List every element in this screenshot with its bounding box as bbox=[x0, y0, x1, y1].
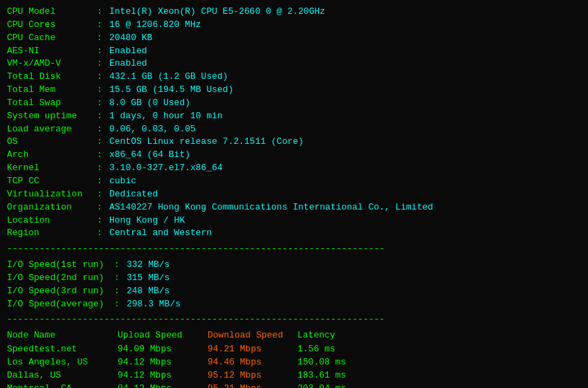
io-run3-label: I/O Speed(3rd run) bbox=[7, 285, 114, 298]
total-disk-value: 432.1 GB (1.2 GB Used) bbox=[109, 71, 228, 84]
location-value: Hong Kong / HK bbox=[109, 214, 185, 228]
header-upload: Upload Speed bbox=[118, 329, 208, 342]
cpu-cache-value: 20480 KB bbox=[109, 32, 152, 45]
location-label: Location bbox=[7, 214, 97, 228]
load-average-row: Load average : 0.06, 0.03, 0.05 bbox=[7, 123, 581, 136]
net-latency: 203.94 ms bbox=[297, 382, 380, 388]
io-avg-row: I/O Speed(average) : 298.3 MB/s bbox=[7, 298, 581, 311]
io-run3-value: 248 MB/s bbox=[127, 285, 169, 298]
net-upload: 94.12 Mbps bbox=[118, 382, 208, 388]
kernel-row: Kernel : 3.10.0-327.el7.x86_64 bbox=[7, 162, 581, 175]
os-value: CentOS Linux release 7.2.1511 (Core) bbox=[109, 136, 304, 149]
total-disk-row: Total Disk : 432.1 GB (1.2 GB Used) bbox=[7, 71, 581, 84]
io-run2-label: I/O Speed(2nd run) bbox=[7, 272, 114, 285]
header-latency: Latency bbox=[297, 329, 380, 342]
net-upload: 94.12 Mbps bbox=[118, 369, 208, 382]
cpu-cores-label: CPU Cores bbox=[7, 19, 97, 32]
tcp-cc-row: TCP CC : cubic bbox=[7, 175, 581, 188]
net-download: 95.12 Mbps bbox=[208, 369, 297, 382]
region-row: Region : Central and Western bbox=[7, 227, 581, 240]
net-node: Los Angeles, US bbox=[7, 356, 118, 369]
net-latency: 183.61 ms bbox=[297, 369, 380, 382]
divider-2: ----------------------------------------… bbox=[7, 313, 581, 326]
net-latency: 150.08 ms bbox=[297, 356, 380, 369]
total-swap-label: Total Swap bbox=[7, 97, 97, 110]
network-row: Speedtest.net94.09 Mbps94.21 Mbps1.56 ms bbox=[7, 343, 581, 356]
cpu-model-label: CPU Model bbox=[7, 6, 97, 19]
cpu-cache-label: CPU Cache bbox=[7, 32, 97, 45]
system-uptime-value: 1 days, 0 hour 10 min bbox=[109, 110, 223, 123]
network-table: Node Name Upload Speed Download Speed La… bbox=[7, 329, 581, 388]
network-rows: Speedtest.net94.09 Mbps94.21 Mbps1.56 ms… bbox=[7, 343, 581, 388]
organization-row: Organization : AS140227 Hong Kong Commun… bbox=[7, 201, 581, 214]
organization-value: AS140227 Hong Kong Communications Intern… bbox=[109, 201, 433, 214]
net-download: 95.21 Mbps bbox=[208, 382, 297, 388]
arch-value: x86_64 (64 Bit) bbox=[109, 149, 190, 162]
net-upload: 94.12 Mbps bbox=[118, 356, 208, 369]
virtualization-label: Virtualization bbox=[7, 188, 97, 201]
cpu-cores-row: CPU Cores : 16 @ 1206.820 MHz bbox=[7, 19, 581, 32]
virtualization-value: Dedicated bbox=[109, 188, 158, 201]
net-download: 94.46 Mbps bbox=[208, 356, 297, 369]
arch-label: Arch bbox=[7, 149, 97, 162]
total-swap-row: Total Swap : 8.0 GB (0 Used) bbox=[7, 97, 581, 110]
organization-label: Organization bbox=[7, 201, 97, 214]
net-download: 94.21 Mbps bbox=[208, 343, 297, 356]
io-run2-row: I/O Speed(2nd run) : 315 MB/s bbox=[7, 272, 581, 285]
total-mem-value: 15.5 GB (194.5 MB Used) bbox=[109, 84, 233, 97]
total-mem-label: Total Mem bbox=[7, 84, 97, 97]
net-upload: 94.09 Mbps bbox=[118, 343, 208, 356]
header-download: Download Speed bbox=[208, 329, 297, 342]
aes-ni-row: AES-NI : Enabled bbox=[7, 45, 581, 58]
virtualization-row: Virtualization : Dedicated bbox=[7, 188, 581, 201]
tcp-cc-value: cubic bbox=[109, 175, 136, 188]
vm-amd-value: Enabled bbox=[109, 57, 147, 71]
region-value: Central and Western bbox=[109, 227, 212, 240]
io-section: I/O Speed(1st run) : 332 MB/s I/O Speed(… bbox=[7, 259, 581, 311]
cpu-model-value: Intel(R) Xeon(R) CPU E5-2660 0 @ 2.20GHz bbox=[109, 6, 325, 19]
io-avg-value: 298.3 MB/s bbox=[127, 298, 181, 311]
net-node: Montreal, CA bbox=[7, 382, 118, 388]
system-uptime-row: System uptime : 1 days, 0 hour 10 min bbox=[7, 110, 581, 123]
total-swap-value: 8.0 GB (0 Used) bbox=[109, 97, 190, 110]
io-run2-value: 315 MB/s bbox=[127, 272, 169, 285]
total-disk-label: Total Disk bbox=[7, 71, 97, 84]
network-row: Montreal, CA94.12 Mbps95.21 Mbps203.94 m… bbox=[7, 382, 581, 388]
system-uptime-label: System uptime bbox=[7, 110, 97, 123]
vm-amd-label: VM-x/AMD-V bbox=[7, 57, 97, 71]
tcp-cc-label: TCP CC bbox=[7, 175, 97, 188]
aes-ni-value: Enabled bbox=[109, 45, 147, 58]
arch-row: Arch : x86_64 (64 Bit) bbox=[7, 149, 581, 162]
cpu-cache-row: CPU Cache : 20480 KB bbox=[7, 32, 581, 45]
network-row: Dallas, US94.12 Mbps95.12 Mbps183.61 ms bbox=[7, 369, 581, 382]
network-row: Los Angeles, US94.12 Mbps94.46 Mbps150.0… bbox=[7, 356, 581, 369]
net-latency: 1.56 ms bbox=[297, 343, 380, 356]
kernel-value: 3.10.0-327.el7.x86_64 bbox=[109, 162, 223, 175]
net-node: Speedtest.net bbox=[7, 343, 118, 356]
net-node: Dallas, US bbox=[7, 369, 118, 382]
header-node: Node Name bbox=[7, 329, 118, 342]
io-run1-row: I/O Speed(1st run) : 332 MB/s bbox=[7, 259, 581, 272]
load-average-value: 0.06, 0.03, 0.05 bbox=[109, 123, 196, 136]
kernel-label: Kernel bbox=[7, 162, 97, 175]
io-run3-row: I/O Speed(3rd run) : 248 MB/s bbox=[7, 285, 581, 298]
io-run1-label: I/O Speed(1st run) bbox=[7, 259, 114, 272]
os-label: OS bbox=[7, 136, 97, 149]
network-header: Node Name Upload Speed Download Speed La… bbox=[7, 329, 581, 342]
divider-1: ----------------------------------------… bbox=[7, 243, 581, 256]
aes-ni-label: AES-NI bbox=[7, 45, 97, 58]
vm-amd-row: VM-x/AMD-V : Enabled bbox=[7, 57, 581, 71]
os-row: OS : CentOS Linux release 7.2.1511 (Core… bbox=[7, 136, 581, 149]
region-label: Region bbox=[7, 227, 97, 240]
total-mem-row: Total Mem : 15.5 GB (194.5 MB Used) bbox=[7, 84, 581, 97]
io-run1-value: 332 MB/s bbox=[127, 259, 169, 272]
location-row: Location : Hong Kong / HK bbox=[7, 214, 581, 228]
sysinfo-section: CPU Model : Intel(R) Xeon(R) CPU E5-2660… bbox=[7, 6, 581, 240]
cpu-cores-value: 16 @ 1206.820 MHz bbox=[109, 19, 201, 32]
cpu-model-row: CPU Model : Intel(R) Xeon(R) CPU E5-2660… bbox=[7, 6, 581, 19]
io-avg-label: I/O Speed(average) bbox=[7, 298, 114, 311]
load-average-label: Load average bbox=[7, 123, 97, 136]
